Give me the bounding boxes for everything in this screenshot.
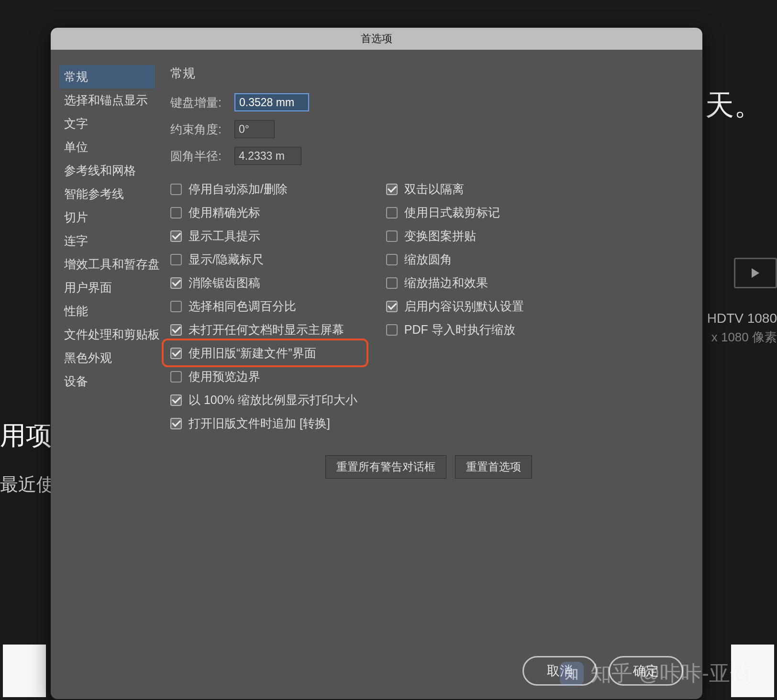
checkbox-label: 使用旧版“新建文件”界面 <box>189 345 316 361</box>
checkbox-row[interactable]: 显示工具提示 <box>170 228 357 244</box>
checkbox-row[interactable]: 停用自动添加/删除 <box>170 181 357 197</box>
checkbox-icon[interactable] <box>170 254 182 265</box>
sidebar-item[interactable]: 单位 <box>59 135 155 159</box>
checkbox-row[interactable]: 消除锯齿图稿 <box>170 275 357 291</box>
sidebar-item[interactable]: 连字 <box>59 229 155 252</box>
checkbox-row[interactable]: 变换图案拼贴 <box>386 228 524 244</box>
sidebar-item[interactable]: 切片 <box>59 206 155 229</box>
checkbox-label: 选择相同色调百分比 <box>189 298 296 314</box>
checkbox-icon[interactable] <box>170 348 182 359</box>
preferences-sidebar: 常规选择和锚点显示文字单位参考线和网格智能参考线切片连字增效工具和暂存盘用户界面… <box>59 65 155 699</box>
checkbox-row[interactable]: 双击以隔离 <box>386 181 524 197</box>
checkbox-row[interactable]: 以 100% 缩放比例显示打印大小 <box>170 392 357 408</box>
bg-text: 天。 <box>705 86 763 125</box>
sidebar-item[interactable]: 黑色外观 <box>59 346 155 370</box>
sidebar-item[interactable]: 用户界面 <box>59 276 155 299</box>
sidebar-item[interactable]: 智能参考线 <box>59 182 155 206</box>
checkbox-row[interactable]: PDF 导入时执行缩放 <box>386 322 524 338</box>
checkbox-row[interactable]: 未打开任何文档时显示主屏幕 <box>170 322 357 338</box>
checkbox-label: 未打开任何文档时显示主屏幕 <box>189 322 344 338</box>
preferences-dialog: 首选项 常规选择和锚点显示文字单位参考线和网格智能参考线切片连字增效工具和暂存盘… <box>51 28 702 699</box>
checkbox-icon[interactable] <box>386 324 398 336</box>
corner-radius-input[interactable] <box>234 147 301 165</box>
checkbox-row[interactable]: 显示/隐藏标尺 <box>170 252 357 267</box>
cancel-button[interactable]: 取消 <box>522 656 597 686</box>
checkbox-icon[interactable] <box>386 230 398 242</box>
field-label: 圆角半径: <box>170 148 228 164</box>
sidebar-item[interactable]: 设备 <box>59 370 155 393</box>
checkbox-icon[interactable] <box>170 184 182 195</box>
sidebar-item[interactable]: 选择和锚点显示 <box>59 88 155 112</box>
section-header: 常规 <box>170 65 687 82</box>
constrain-angle-input[interactable] <box>234 120 275 138</box>
checkbox-icon[interactable] <box>170 230 182 242</box>
bg-text: HDTV 1080 <box>707 311 777 326</box>
sidebar-item[interactable]: 常规 <box>59 65 155 88</box>
sidebar-item[interactable]: 文字 <box>59 112 155 135</box>
checkbox-icon[interactable] <box>170 371 182 383</box>
checkbox-label: 启用内容识别默认设置 <box>404 298 524 314</box>
bg-text: x 1080 像素 <box>711 329 777 346</box>
checkbox-icon[interactable] <box>170 394 182 406</box>
field-constrain-angle: 约束角度: <box>170 120 687 138</box>
checkbox-icon[interactable] <box>386 254 398 265</box>
sidebar-item[interactable]: 参考线和网格 <box>59 159 155 182</box>
keyboard-increment-input[interactable] <box>234 93 309 111</box>
checkbox-icon[interactable] <box>170 277 182 289</box>
preferences-content: 常规 键盘增量: 约束角度: 圆角半径: 停用自动添加/删除使用精确光标显示工具… <box>166 65 687 699</box>
checkbox-label: 打开旧版文件时追加 [转换] <box>189 416 330 431</box>
checkbox-label: 变换图案拼贴 <box>404 228 476 244</box>
field-label: 约束角度: <box>170 121 228 137</box>
field-keyboard-increment: 键盘增量: <box>170 93 687 111</box>
checkbox-label: 使用预览边界 <box>189 369 260 384</box>
checkbox-icon[interactable] <box>386 207 398 219</box>
checkbox-label: 停用自动添加/删除 <box>189 181 288 197</box>
checkbox-row[interactable]: 使用精确光标 <box>170 205 357 220</box>
checkbox-column-right: 双击以隔离使用日式裁剪标记变换图案拼贴缩放圆角缩放描边和效果启用内容识别默认设置… <box>386 181 524 431</box>
reset-warnings-button[interactable]: 重置所有警告对话框 <box>325 455 446 479</box>
checkbox-icon[interactable] <box>170 207 182 219</box>
checkbox-label: 以 100% 缩放比例显示打印大小 <box>189 392 357 408</box>
checkbox-label: 使用日式裁剪标记 <box>404 205 500 220</box>
checkbox-icon[interactable] <box>386 301 398 312</box>
checkbox-label: PDF 导入时执行缩放 <box>404 322 515 338</box>
checkbox-label: 消除锯齿图稿 <box>189 275 260 291</box>
checkbox-row[interactable]: 使用旧版“新建文件”界面 <box>170 345 357 361</box>
checkbox-row[interactable]: 缩放描边和效果 <box>386 275 524 291</box>
checkbox-row[interactable]: 使用日式裁剪标记 <box>386 205 524 220</box>
ok-button[interactable]: 确定 <box>609 656 683 686</box>
checkbox-label: 显示/隐藏标尺 <box>189 252 264 267</box>
sidebar-item[interactable]: 增效工具和暂存盘 <box>59 252 155 276</box>
checkbox-icon[interactable] <box>386 184 398 195</box>
checkbox-row[interactable]: 缩放圆角 <box>386 252 524 267</box>
checkbox-label: 缩放描边和效果 <box>404 275 488 291</box>
dialog-titlebar: 首选项 <box>51 28 702 50</box>
checkbox-icon[interactable] <box>170 301 182 312</box>
reset-preferences-button[interactable]: 重置首选项 <box>455 455 532 479</box>
checkbox-row[interactable]: 启用内容识别默认设置 <box>386 298 524 314</box>
checkbox-icon[interactable] <box>386 277 398 289</box>
sidebar-item[interactable]: 性能 <box>59 299 155 323</box>
checkbox-icon[interactable] <box>170 324 182 336</box>
checkbox-row[interactable]: 使用预览边界 <box>170 369 357 384</box>
checkbox-icon[interactable] <box>170 418 182 429</box>
checkbox-label: 使用精确光标 <box>189 205 260 220</box>
checkbox-label: 显示工具提示 <box>189 228 260 244</box>
bg-play-thumbnail <box>734 258 777 288</box>
field-label: 键盘增量: <box>170 95 228 110</box>
bg-thumbnail <box>3 645 46 697</box>
checkbox-column-left: 停用自动添加/删除使用精确光标显示工具提示显示/隐藏标尺消除锯齿图稿选择相同色调… <box>170 181 357 431</box>
checkbox-label: 缩放圆角 <box>404 252 452 267</box>
dialog-title: 首选项 <box>361 32 392 46</box>
checkbox-label: 双击以隔离 <box>404 181 464 197</box>
checkbox-row[interactable]: 选择相同色调百分比 <box>170 298 357 314</box>
bg-text: 用项 <box>0 418 52 453</box>
checkbox-row[interactable]: 打开旧版文件时追加 [转换] <box>170 416 357 431</box>
field-corner-radius: 圆角半径: <box>170 147 687 165</box>
bg-thumbnail <box>731 645 774 697</box>
sidebar-item[interactable]: 文件处理和剪贴板 <box>59 323 155 346</box>
